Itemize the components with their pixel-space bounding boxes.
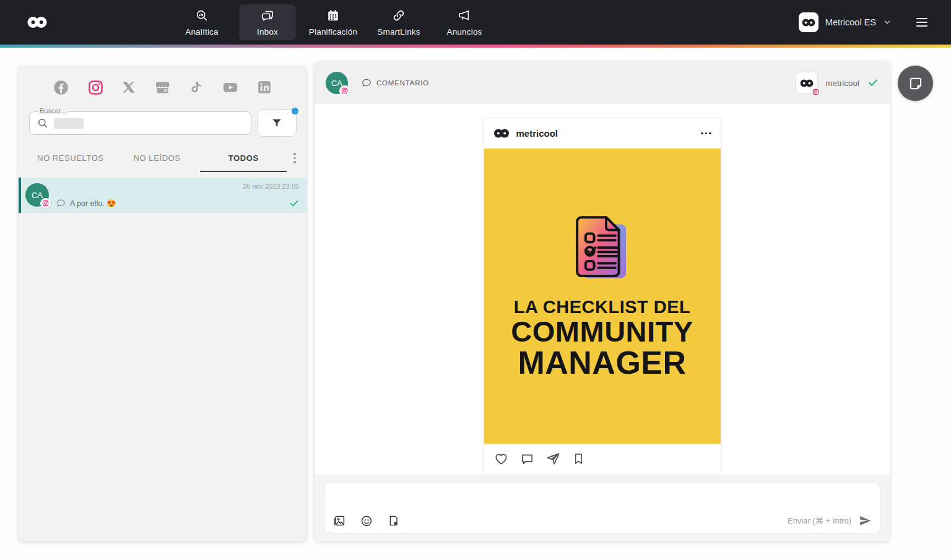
account-name: metricool <box>825 79 859 88</box>
message-type-label: COMENTARIO <box>376 79 429 87</box>
conversation-list-item[interactable]: CA 26 nov 2023 23:05 A por ello. 😍 <box>19 178 306 213</box>
post-title: LA CHECKLIST DEL COMMUNITY MANAGER <box>511 298 693 379</box>
post-title-line1: LA CHECKLIST DEL <box>511 298 693 317</box>
nav-label: Planificación <box>309 27 357 37</box>
nav-label: Analítica <box>185 27 219 37</box>
analytics-icon <box>195 9 209 25</box>
linkedin-icon[interactable] <box>256 79 272 95</box>
filter-funnel-icon <box>271 117 283 129</box>
nav-item-analitica[interactable]: Analítica <box>173 4 230 40</box>
conversation-summary: 26 nov 2023 23:05 A por ello. 😍 <box>56 182 299 209</box>
instagram-badge-icon <box>810 87 821 97</box>
account-switcher[interactable]: Metricool ES <box>799 12 892 32</box>
tabs-kebab-menu-icon[interactable] <box>287 153 303 172</box>
nav-item-anuncios[interactable]: Anuncios <box>436 4 493 40</box>
note-icon <box>908 75 924 92</box>
tab-todos[interactable]: TODOS <box>200 153 287 172</box>
resolved-check-icon <box>289 199 299 209</box>
post-title-line3: MANAGER <box>511 347 693 379</box>
account-avatar <box>799 12 819 32</box>
send-plane-icon <box>859 514 872 527</box>
search-field-label: Buscar... <box>37 107 69 114</box>
notes-fab-button[interactable] <box>898 66 933 101</box>
svg-text:G: G <box>163 88 167 93</box>
instagram-badge-icon <box>339 85 350 96</box>
hamburger-menu-icon[interactable] <box>916 18 927 27</box>
connected-check-icon <box>867 77 879 88</box>
send-button[interactable]: Enviar (⌘ + Intro) <box>788 514 872 527</box>
nav-item-planificacion[interactable]: Planificación <box>305 4 362 40</box>
network-filter-row: G <box>19 66 306 96</box>
filter-button[interactable] <box>257 110 297 137</box>
instagram-icon[interactable] <box>87 79 104 96</box>
post-author: metricool <box>516 128 558 139</box>
inbox-icon <box>261 9 274 25</box>
contact-avatar: CA <box>326 72 348 94</box>
bookmark-icon[interactable] <box>572 452 585 465</box>
search-input[interactable]: Buscar... <box>29 111 251 135</box>
filter-active-dot <box>292 108 298 114</box>
comment-icon[interactable] <box>520 452 534 466</box>
conversation-preview: A por ello. 😍 <box>70 199 116 208</box>
contact-avatar: CA <box>25 183 49 207</box>
conversation-timestamp: 26 nov 2023 23:05 <box>56 182 299 190</box>
chevron-down-icon <box>883 18 892 27</box>
metricool-logo-icon <box>493 128 510 139</box>
account-name: Metricool ES <box>825 17 876 27</box>
top-navbar: Analítica Inbox <box>0 0 951 45</box>
instagram-badge-icon <box>40 198 51 209</box>
inbox-tabs: NO RESUELTOS NO LEÍDOS TODOS <box>19 153 306 172</box>
reply-input[interactable]: Enviar (⌘ + Intro) <box>324 483 880 533</box>
megaphone-icon <box>458 9 471 25</box>
facebook-icon[interactable] <box>53 79 69 96</box>
conversation-header: CA COMENTARIO <box>315 62 890 104</box>
nav-label: Inbox <box>257 27 278 37</box>
composer-footer: Enviar (⌘ + Intro) <box>315 475 890 541</box>
instagram-post-card: metricool <box>484 118 721 473</box>
checklist-document-icon <box>571 213 633 282</box>
like-heart-icon[interactable] <box>494 452 508 466</box>
link-icon <box>392 9 406 25</box>
conversation-panel: CA COMENTARIO <box>315 62 890 541</box>
main-navigation: Analítica Inbox <box>173 0 493 45</box>
tiktok-icon[interactable] <box>188 80 204 95</box>
comment-bubble-icon <box>362 78 371 88</box>
nav-label: SmartLinks <box>377 27 420 37</box>
nav-item-smartlinks[interactable]: SmartLinks <box>370 4 427 40</box>
share-plane-icon[interactable] <box>546 452 560 466</box>
send-shortcut-label: Enviar (⌘ + Intro) <box>788 516 851 525</box>
post-actions <box>484 444 721 473</box>
google-business-icon[interactable]: G <box>154 79 171 96</box>
message-area: metricool <box>315 104 890 475</box>
search-skeleton <box>54 118 84 129</box>
post-options-icon[interactable] <box>701 132 711 135</box>
search-icon <box>37 118 48 129</box>
youtube-icon[interactable] <box>222 79 239 96</box>
main-content: G Buscar... <box>0 48 951 560</box>
attach-file-icon[interactable] <box>388 515 399 527</box>
post-title-line2: COMMUNITY <box>511 317 693 347</box>
tab-no-leidos[interactable]: NO LEÍDOS <box>114 153 201 172</box>
metricool-account-avatar <box>796 72 817 93</box>
calendar-icon <box>326 9 340 25</box>
inbox-sidebar: G Buscar... <box>19 66 306 541</box>
emoji-icon[interactable] <box>360 515 373 527</box>
metricool-logo-icon[interactable] <box>0 15 74 29</box>
tab-no-resueltos[interactable]: NO RESUELTOS <box>27 153 114 172</box>
attach-media-icon[interactable] <box>332 514 345 527</box>
x-twitter-icon[interactable] <box>121 80 136 95</box>
comment-bubble-icon <box>56 199 66 208</box>
post-image: LA CHECKLIST DEL COMMUNITY MANAGER <box>484 149 721 444</box>
nav-item-inbox[interactable]: Inbox <box>239 4 296 40</box>
nav-label: Anuncios <box>446 27 482 37</box>
